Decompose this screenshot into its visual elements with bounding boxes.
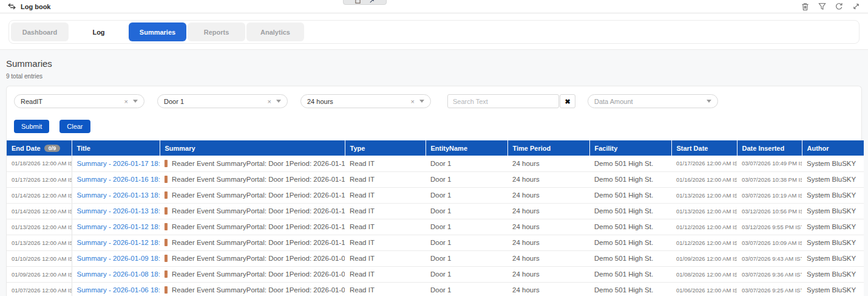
cell-summary: Reader Event SummaryPortal: Door 1Period… — [160, 156, 345, 171]
type-filter-select[interactable]: ReadIT × — [14, 94, 144, 108]
search-input[interactable] — [447, 94, 559, 108]
cell-entity-name: Door 1 — [426, 250, 507, 266]
summary-link[interactable]: Summary - 2026-01-08 18:30 — [77, 270, 160, 278]
trash-icon[interactable] — [801, 2, 810, 11]
filter-icon[interactable] — [818, 2, 827, 11]
clear-button[interactable]: Clear — [59, 120, 90, 133]
cell-time-period: 24 hours — [507, 235, 589, 250]
cell-entity-name: Door 1 — [426, 187, 507, 203]
summary-bar-icon — [164, 160, 168, 167]
cell-author: System BluSKY — [802, 282, 864, 296]
cell-title: Summary - 2026-01-17 18:30 — [72, 156, 160, 171]
refresh-icon[interactable] — [835, 2, 844, 11]
cell-title: Summary - 2026-01-12 18:30 — [72, 219, 160, 235]
submit-button[interactable]: Submit — [14, 120, 49, 133]
cell-author: System BluSKY — [802, 219, 864, 235]
summary-text: Reader Event SummaryPortal: Door 1Period… — [172, 191, 345, 199]
table-row: 01/14/2026 12:00 AM ISTSummary - 2026-01… — [7, 203, 864, 219]
column-header-type[interactable]: Type — [345, 140, 426, 156]
search-clear-button[interactable]: ✖ — [560, 94, 575, 108]
cell-entity-name: Door 1 — [426, 171, 507, 187]
cell-time-period: 24 hours — [507, 171, 589, 187]
table-row: 01/13/2026 12:00 AM ISTSummary - 2026-01… — [7, 235, 864, 250]
cell-author: System BluSKY — [802, 250, 864, 266]
summary-text: Reader Event SummaryPortal: Door 1Period… — [172, 239, 345, 246]
summary-link[interactable]: Summary - 2026-01-12 18:30 — [77, 239, 160, 246]
summary-bar-icon — [164, 239, 168, 246]
filter-row: ReadIT × Door 1 × 24 hours × ✖ Data Amou… — [7, 86, 861, 108]
tab-reports[interactable]: Reports — [188, 22, 245, 41]
chevron-down-icon[interactable] — [133, 100, 138, 103]
window-icon[interactable] — [355, 0, 361, 4]
column-header-start-date[interactable]: Start Date — [671, 140, 737, 156]
period-filter-select[interactable]: 24 hours × — [300, 94, 431, 108]
column-header-facility[interactable]: Facility — [589, 140, 671, 156]
tab-dashboard[interactable]: Dashboard — [11, 22, 69, 41]
summary-link[interactable]: Summary - 2026-01-17 18:30 — [77, 160, 160, 167]
summary-bar-icon — [164, 286, 168, 294]
chevron-down-icon[interactable] — [419, 100, 424, 103]
cell-type: Read IT — [345, 203, 426, 219]
column-header-end-date[interactable]: End Date0/9 — [7, 140, 72, 156]
column-header-title[interactable]: Title — [72, 140, 160, 156]
summary-text: Reader Event SummaryPortal: Door 1Period… — [172, 223, 345, 230]
summary-bar-icon — [164, 207, 168, 215]
tab-log[interactable]: Log — [70, 22, 127, 41]
cell-facility: Demo 501 High St. — [589, 203, 671, 219]
table-row: 01/10/2026 12:00 AM ISTSummary - 2026-01… — [7, 250, 864, 266]
summary-link[interactable]: Summary - 2026-01-06 18:30 — [77, 286, 160, 294]
cell-title: Summary - 2026-01-06 18:30 — [72, 282, 160, 296]
cell-type: Read IT — [345, 266, 426, 282]
tab-summaries[interactable]: Summaries — [129, 22, 186, 41]
column-label: Date Inserted — [742, 145, 785, 152]
clear-icon[interactable]: × — [268, 98, 271, 105]
cell-time-period: 24 hours — [507, 250, 589, 266]
column-header-author[interactable]: Author — [802, 140, 864, 156]
cell-end-date: 01/17/2026 12:00 AM IST — [7, 171, 72, 187]
data-amount-select[interactable]: Data Amount — [588, 94, 718, 108]
summary-link[interactable]: Summary - 2026-01-09 18:30 — [77, 255, 160, 262]
resize-icon[interactable] — [369, 0, 375, 4]
cell-date-inserted: 03/07/2026 10:19 AM IST — [737, 187, 802, 203]
cell-end-date: 01/14/2026 12:00 AM IST — [7, 187, 72, 203]
summary-text: Reader Event SummaryPortal: Door 1Period… — [172, 160, 345, 167]
clear-icon[interactable]: × — [124, 98, 128, 105]
expand-icon[interactable] — [852, 2, 861, 11]
cell-start-date: 01/13/2026 12:00 AM IST — [671, 203, 737, 219]
cell-type: Read IT — [345, 171, 426, 187]
cell-title: Summary - 2026-01-16 18:30 — [72, 171, 160, 187]
period-filter-value: 24 hours — [307, 98, 411, 105]
summaries-table: End Date0/9TitleSummaryTypeEntityNameTim… — [7, 140, 864, 296]
type-filter-value: ReadIT — [21, 98, 124, 105]
column-label: Summary — [165, 145, 195, 152]
summary-link[interactable]: Summary - 2026-01-16 18:30 — [77, 176, 160, 183]
cell-type: Read IT — [345, 187, 426, 203]
summary-link[interactable]: Summary - 2026-01-12 18:30 — [77, 223, 160, 230]
entity-filter-select[interactable]: Door 1 × — [157, 94, 288, 108]
cell-start-date: 01/13/2026 12:00 AM IST — [671, 187, 737, 203]
chevron-down-icon[interactable] — [707, 100, 711, 103]
floating-toolbar — [343, 0, 387, 5]
column-header-summary[interactable]: Summary — [160, 140, 345, 156]
cell-author: System BluSKY — [802, 203, 864, 219]
summary-link[interactable]: Summary - 2026-01-13 18:30 — [77, 207, 160, 215]
cell-summary: Reader Event SummaryPortal: Door 1Period… — [160, 266, 345, 282]
cell-title: Summary - 2026-01-13 18:30 — [72, 203, 160, 219]
chevron-down-icon[interactable] — [276, 100, 281, 103]
section-header: Summaries 9 total entries — [0, 50, 868, 80]
column-label: Title — [77, 145, 90, 152]
cell-author: System BluSKY — [802, 266, 864, 282]
cell-type: Read IT — [345, 282, 426, 296]
table-row: 01/09/2026 12:00 AM ISTSummary - 2026-01… — [7, 266, 864, 282]
column-header-entityname[interactable]: EntityName — [426, 140, 507, 156]
column-header-time-period[interactable]: Time Period — [507, 140, 589, 156]
summary-bar-icon — [164, 270, 168, 278]
tab-analytics[interactable]: Analytics — [246, 22, 304, 41]
data-amount-placeholder: Data Amount — [594, 98, 707, 105]
cell-date-inserted: 03/12/2026 9:55 PM IST — [737, 219, 802, 235]
cell-facility: Demo 501 High St. — [589, 171, 671, 187]
cell-author: System BluSKY — [802, 171, 864, 187]
summary-link[interactable]: Summary - 2026-01-13 18:30 — [77, 191, 160, 199]
clear-icon[interactable]: × — [411, 98, 415, 105]
column-header-date-inserted[interactable]: Date Inserted — [737, 140, 802, 156]
